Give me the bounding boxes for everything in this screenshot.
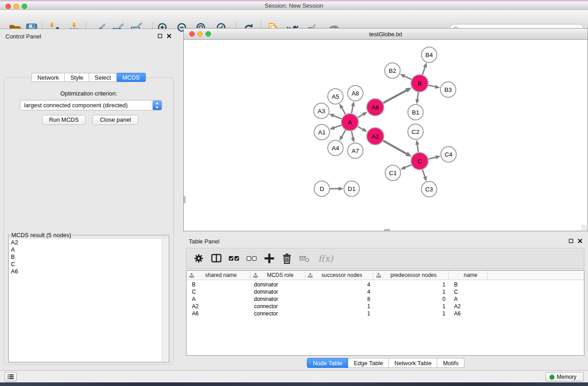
clear-all-checkboxes-icon[interactable] [246,253,258,264]
task-history-button[interactable] [5,372,17,381]
cell[interactable]: A [186,296,250,302]
result-item[interactable]: A [9,246,162,253]
graph-node-B2[interactable]: B2 [385,63,400,78]
tab-network[interactable]: Network [31,73,65,82]
cell[interactable]: A [449,296,488,302]
graph-node-C1[interactable]: C1 [385,165,401,181]
delete-table-icon[interactable] [299,253,311,264]
graph-node-C2[interactable]: C2 [408,124,423,139]
result-item[interactable]: A6 [9,268,162,275]
cell[interactable]: B [449,281,488,288]
graph-node-C3[interactable]: C3 [421,181,437,197]
cell[interactable]: A6 [186,310,250,317]
edge-C-C4 [428,157,436,159]
cell[interactable]: C [449,289,488,295]
cell[interactable]: dominator [250,289,305,295]
memory-button[interactable]: Memory [545,372,583,381]
column-header-successor-nodes[interactable]: successor nodes [305,271,373,280]
graph-node-A5[interactable]: A5 [328,89,343,104]
cell[interactable]: 0 [373,296,449,302]
cell[interactable]: connector [250,310,305,317]
graph-node-A[interactable]: A [341,114,359,131]
graph-node-B4[interactable]: B4 [421,47,437,62]
cell[interactable]: C [186,289,250,295]
graph-node-A4[interactable]: A4 [328,140,343,156]
tab-network-table[interactable]: Network Table [389,358,437,368]
close-table-panel-icon[interactable] [578,238,583,243]
result-item[interactable]: C [9,261,162,268]
cell[interactable]: 1 [305,310,373,317]
cell[interactable]: 1 [373,289,449,295]
edge-A-A3 [333,115,341,119]
cell[interactable]: 8 [305,296,373,302]
table-row-A[interactable]: Adominator80A [186,296,584,303]
tab-motifs[interactable]: Motifs [437,358,464,368]
select-all-checkboxes-icon[interactable] [228,253,240,264]
cell[interactable]: connector [250,303,305,310]
cell[interactable]: 1 [373,303,449,310]
delete-columns-icon[interactable] [281,253,293,264]
column-header-predecessor-nodes[interactable]: predecessor nodes [373,271,449,280]
cell[interactable]: A6 [449,310,488,317]
column-header-MCDS-role[interactable]: MCDS role [250,271,305,280]
tab-style[interactable]: Style [65,73,89,82]
graph-node-B3[interactable]: B3 [440,82,456,97]
graph-node-C[interactable]: C [411,152,428,170]
mcds-result-title: MCDS result (5 nodes) [10,232,72,238]
svg-text:A4: A4 [332,145,339,152]
column-header-name[interactable]: name [449,271,488,280]
result-scrollbar[interactable] [162,239,168,362]
tab-node-table[interactable]: Node Table [307,358,349,368]
cell[interactable]: 1 [305,303,373,310]
graph-node-A3[interactable]: A3 [314,103,329,119]
tab-select[interactable]: Select [89,73,117,82]
control-panel-tabs: NetworkStyleSelectMCDS [0,73,177,82]
cell[interactable]: 1 [373,310,449,317]
show-column-icon[interactable] [210,253,222,264]
cell[interactable]: dominator [250,281,305,288]
table-row-A2[interactable]: A2connector11A2 [186,303,584,310]
cell[interactable]: A2 [449,303,488,310]
graph-node-D[interactable]: D [314,181,330,196]
network-canvas[interactable]: B4B2BB3B1A5A8A6A3AA1A2C2A4A7CC4C1C3DD1 [184,40,588,231]
table-row-B[interactable]: Bdominator41B [186,281,584,289]
table-panel-title: Table Panel [189,238,220,245]
cell[interactable]: dominator [250,296,305,302]
result-item[interactable]: A2 [9,239,162,246]
canvas-hscroll-nub[interactable] [384,229,390,231]
function-builder-icon[interactable]: f(x) [316,253,333,263]
graph-node-A8[interactable]: A8 [348,86,363,101]
close-panel-button[interactable]: Close panel [92,115,139,125]
column-header-shared-name[interactable]: shared name [186,271,250,280]
cell[interactable]: 4 [305,281,373,288]
network-graph[interactable]: B4B2BB3B1A5A8A6A3AA1A2C2A4A7CC4C1C3DD1 [184,40,588,232]
run-mcds-button[interactable]: Run MCDS [42,115,86,125]
table-settings-icon[interactable] [193,253,205,264]
graph-node-D1[interactable]: D1 [344,181,359,196]
cell[interactable]: A2 [186,303,250,310]
table-row-A6[interactable]: A6connector11A6 [186,310,584,318]
create-column-icon[interactable] [263,253,275,264]
cell[interactable]: 4 [305,289,373,295]
criterion-dropdown[interactable]: largest connected component (directed) [20,100,162,110]
network-window-titlebar[interactable]: testGlobe.txt [184,29,588,40]
graph-node-A2[interactable]: A2 [367,128,384,145]
tab-edge-table[interactable]: Edge Table [348,358,389,368]
graph-node-A1[interactable]: A1 [314,124,330,140]
graph-node-B1[interactable]: B1 [408,105,423,120]
graph-node-A6[interactable]: A6 [367,99,384,116]
cell[interactable]: B [186,281,250,288]
graph-node-A7[interactable]: A7 [348,143,363,158]
resize-grip[interactable] [582,225,587,230]
result-item[interactable]: B [9,253,162,261]
table-row-C[interactable]: Cdominator41C [186,289,584,296]
close-panel-icon[interactable] [167,33,172,38]
float-table-panel-icon[interactable] [569,238,574,243]
float-panel-icon[interactable] [158,33,163,38]
column-label: shared name [193,272,249,278]
graph-node-B[interactable]: B [411,75,428,92]
canvas-vscroll-nub[interactable] [184,196,186,203]
cell[interactable]: 1 [373,281,449,288]
tab-mcds[interactable]: MCDS [117,73,145,82]
graph-node-C4[interactable]: C4 [441,147,456,162]
